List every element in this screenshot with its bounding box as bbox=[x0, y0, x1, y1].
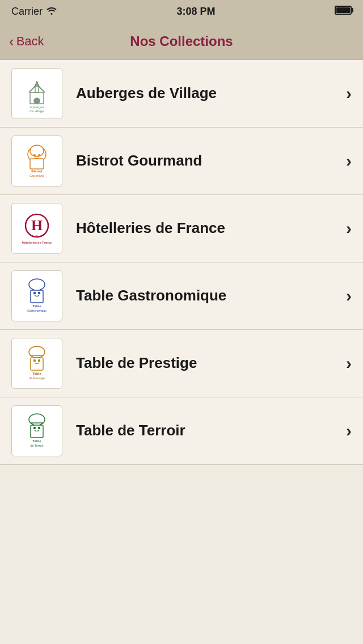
svg-point-33 bbox=[39, 360, 40, 362]
svg-text:Bistrot: Bistrot bbox=[31, 170, 42, 173]
svg-text:de Prestige: de Prestige bbox=[29, 376, 45, 380]
svg-point-40 bbox=[34, 427, 36, 429]
chevron-right-icon: › bbox=[346, 286, 352, 306]
svg-point-24 bbox=[34, 293, 36, 294]
svg-text:Table: Table bbox=[32, 372, 41, 375]
collection-logo-gastronomique: Table Gastronomique bbox=[11, 270, 62, 321]
back-chevron-icon: ‹ bbox=[9, 34, 14, 49]
chevron-right-icon: › bbox=[346, 354, 352, 373]
svg-text:Gastronomique: Gastronomique bbox=[27, 309, 47, 312]
carrier-label: Carrier bbox=[11, 6, 57, 18]
svg-point-13 bbox=[38, 154, 40, 156]
status-time: 3:08 PM bbox=[176, 6, 215, 18]
battery-indicator bbox=[335, 6, 352, 17]
svg-point-25 bbox=[39, 293, 40, 294]
list-item[interactable]: H ✦ Hôtelleries de France Hôtelleries de… bbox=[0, 195, 363, 262]
back-button[interactable]: ‹ Back bbox=[9, 34, 44, 49]
svg-point-22 bbox=[29, 279, 45, 290]
svg-point-10 bbox=[30, 145, 44, 156]
svg-text:Hôtelleries de France: Hôtelleries de France bbox=[22, 241, 52, 244]
svg-point-29 bbox=[29, 346, 45, 358]
svg-text:Gourmand: Gourmand bbox=[29, 174, 44, 177]
list-item[interactable]: Table de Prestige Table de Prestige › bbox=[0, 330, 363, 397]
collection-list: auberges de village Auberges de Village … bbox=[0, 60, 363, 465]
svg-text:auberges: auberges bbox=[29, 105, 44, 109]
svg-text:Table: Table bbox=[32, 439, 41, 443]
svg-text:H: H bbox=[31, 217, 43, 234]
collection-label: Table de Prestige bbox=[62, 354, 346, 373]
svg-point-12 bbox=[33, 154, 36, 156]
list-item[interactable]: Table Gastronomique Table Gastronomique … bbox=[0, 262, 363, 330]
collection-logo-auberges: auberges de village bbox=[11, 68, 62, 119]
status-bar: Carrier 3:08 PM bbox=[0, 0, 363, 23]
list-item[interactable]: auberges de village Auberges de Village … bbox=[0, 60, 363, 128]
collection-label: Table de Terroir bbox=[62, 421, 346, 440]
list-item[interactable]: Table de Terroir Table de Terroir › bbox=[0, 397, 363, 465]
collection-label: Table Gastronomique bbox=[62, 286, 346, 306]
page-title: Nos Collections bbox=[130, 33, 233, 49]
chevron-right-icon: › bbox=[346, 421, 352, 440]
svg-rect-11 bbox=[30, 159, 44, 169]
collection-logo-hotelleries: H ✦ Hôtelleries de France bbox=[11, 203, 62, 254]
list-item[interactable]: Bistrot Gourmand Bistrot Gourmand › bbox=[0, 128, 363, 195]
svg-point-37 bbox=[29, 414, 45, 425]
collection-logo-bistrot: Bistrot Gourmand bbox=[11, 135, 62, 187]
collection-logo-prestige: Table de Prestige bbox=[11, 338, 62, 389]
chevron-right-icon: › bbox=[346, 151, 352, 171]
svg-point-32 bbox=[34, 360, 36, 362]
back-label: Back bbox=[16, 34, 44, 49]
svg-text:de Terroir: de Terroir bbox=[30, 444, 43, 447]
svg-text:Table: Table bbox=[32, 304, 41, 308]
nav-bar: ‹ Back Nos Collections bbox=[0, 23, 363, 60]
svg-text:de village: de village bbox=[29, 109, 44, 113]
collection-label: Hôtelleries de France bbox=[62, 219, 346, 238]
svg-rect-2 bbox=[34, 98, 40, 104]
svg-text:✦: ✦ bbox=[35, 234, 39, 238]
collection-label: Auberges de Village bbox=[62, 84, 346, 103]
wifi-icon bbox=[46, 6, 57, 17]
svg-point-41 bbox=[39, 427, 40, 429]
empty-area bbox=[0, 465, 363, 578]
collection-label: Bistrot Gourmand bbox=[62, 151, 346, 171]
chevron-right-icon: › bbox=[346, 84, 352, 103]
chevron-right-icon: › bbox=[346, 219, 352, 238]
collection-logo-terroir: Table de Terroir bbox=[11, 405, 62, 456]
